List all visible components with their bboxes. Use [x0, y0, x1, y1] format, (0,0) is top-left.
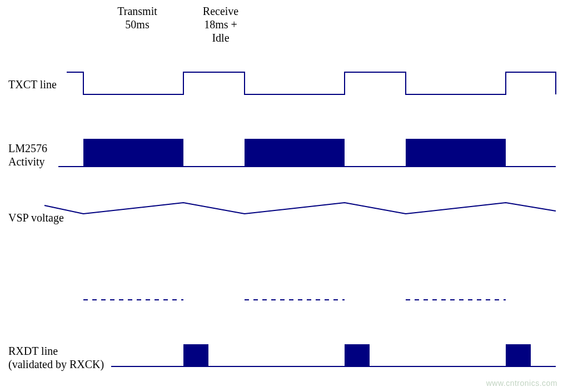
svg-rect-2 [245, 139, 345, 167]
vsp-waveform [0, 194, 563, 228]
transmit-header: Transmit 50ms [112, 4, 162, 31]
transmit-header-line1: Transmit [112, 4, 162, 18]
receive-header-line3: Idle [196, 31, 246, 44]
receive-header-line1: Receive [196, 4, 246, 18]
svg-rect-9 [345, 344, 370, 366]
svg-rect-8 [183, 344, 208, 366]
watermark: www.cntronics.com [486, 379, 557, 388]
receive-header: Receive 18ms + Idle [196, 4, 246, 44]
svg-rect-3 [406, 139, 506, 167]
svg-rect-1 [83, 139, 183, 167]
lm2576-waveform [0, 133, 563, 178]
transmit-header-line2: 50ms [112, 18, 162, 31]
rxdt-waveform [0, 333, 563, 372]
dashed-reference [0, 294, 563, 305]
svg-rect-10 [506, 344, 531, 366]
txct-waveform [0, 61, 563, 105]
receive-header-line2: 18ms + [196, 18, 246, 31]
